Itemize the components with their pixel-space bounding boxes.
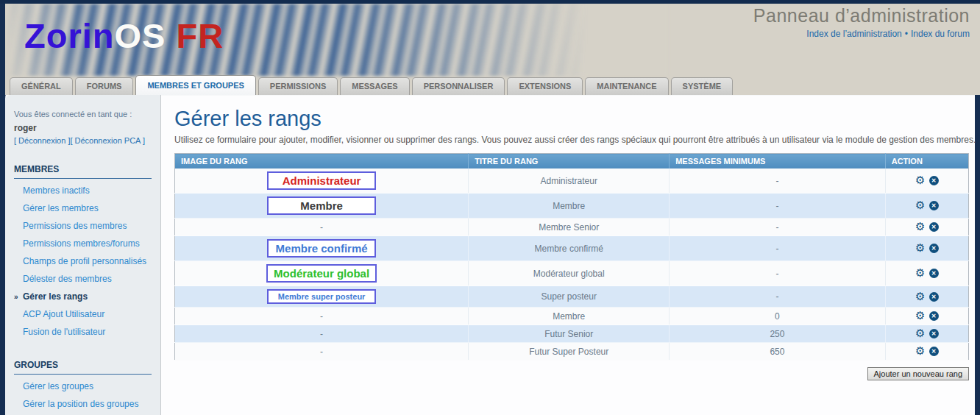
sidebar-section-membres: MEMBRES [14, 164, 152, 179]
delete-icon[interactable]: ✕ [929, 311, 939, 321]
settings-gear-icon[interactable]: ⚙ [915, 241, 925, 254]
tab-membres-et-groupes[interactable]: MEMBRES ET GROUPES [135, 75, 255, 95]
rank-min-posts: 0 [670, 308, 885, 325]
window-top-border [0, 0, 980, 4]
settings-gear-icon[interactable]: ⚙ [915, 327, 925, 339]
tab-maintenance[interactable]: MAINTENANCE [585, 77, 668, 95]
rank-min-posts: - [670, 236, 885, 261]
rank-image-empty: - [175, 308, 469, 325]
add-rank-button[interactable]: Ajouter un nouveau rang [867, 367, 969, 380]
rank-title: Futur Senior [469, 325, 670, 343]
sidebar-item-label: Gérer les rangs [23, 291, 88, 302]
tab-messages[interactable]: MESSAGES [340, 77, 409, 95]
rank-min-posts: 650 [670, 343, 885, 361]
site-logo[interactable]: ZorinOS FR [24, 15, 224, 56]
tab-personnaliser[interactable]: PERSONNALISER [412, 77, 505, 95]
column-header-action: ACTION [885, 154, 968, 169]
delete-icon[interactable]: ✕ [929, 222, 939, 232]
sidebar: Vous êtes connecté en tant que : roger [… [5, 95, 161, 415]
rank-min-posts: - [670, 286, 885, 308]
header: ZorinOS FR Panneau d’administration Inde… [5, 4, 980, 76]
rank-image-empty: - [175, 343, 469, 361]
current-username: roger [14, 123, 153, 133]
logo-part-fr: FR [166, 16, 224, 55]
settings-gear-icon[interactable]: ⚙ [915, 266, 925, 279]
link-admin-index[interactable]: Index de l’administration [806, 29, 901, 39]
rank-image-empty: - [175, 219, 469, 236]
tab-forums[interactable]: FORUMS [75, 77, 134, 95]
link-separator: • [905, 29, 908, 39]
column-header-min-posts: MESSAGES MINIMUMS [670, 154, 885, 169]
rank-title: Modérateur global [469, 261, 670, 286]
logout-links: [ Déconnexion ][ Déconnexion PCA ] [14, 136, 153, 145]
rank-title: Membre [469, 194, 670, 219]
sidebar-item-acp-ajout-utilisateur[interactable]: ACP Ajout Utilisateur [13, 305, 153, 323]
table-row: - Membre 0 ⚙✕ [175, 308, 969, 325]
sidebar-list-membres: Membres inactifs Gérer les membres Permi… [13, 182, 153, 341]
delete-icon[interactable]: ✕ [929, 244, 939, 253]
delete-icon[interactable]: ✕ [929, 269, 939, 278]
admin-panel: Vous êtes connecté en tant que : roger [… [0, 95, 980, 415]
header-right: Panneau d’administration Index de l’admi… [753, 5, 970, 39]
ranks-table: IMAGE DU RANG TITRE DU RANG MESSAGES MIN… [174, 153, 969, 361]
sidebar-item-gerer-les-rangs[interactable]: »Gérer les rangs [13, 288, 153, 305]
rank-min-posts: 250 [670, 325, 885, 343]
rank-image[interactable]: Membre confirmé [267, 239, 376, 258]
page-title: Gérer les rangs [174, 107, 980, 131]
rank-min-posts: - [670, 219, 885, 236]
logout-link[interactable]: [ Déconnexion ] [14, 136, 70, 145]
table-header-row: IMAGE DU RANG TITRE DU RANG MESSAGES MIN… [175, 154, 969, 169]
delete-icon[interactable]: ✕ [929, 347, 939, 356]
delete-icon[interactable]: ✕ [929, 292, 939, 302]
logout-pca-link[interactable]: [ Déconnexion PCA ] [70, 136, 145, 145]
sidebar-item-fusion-utilisateur[interactable]: Fusion de l'utilisateur [13, 323, 153, 341]
table-row: Modérateur global Modérateur global - ⚙✕ [175, 261, 969, 286]
settings-gear-icon[interactable]: ⚙ [915, 199, 925, 211]
sidebar-item-position-des-groupes[interactable]: Gérer la position des groupes [13, 395, 153, 413]
delete-icon[interactable]: ✕ [929, 329, 939, 338]
link-forum-index[interactable]: Index du forum [911, 29, 970, 39]
delete-icon[interactable]: ✕ [929, 201, 939, 210]
settings-gear-icon[interactable]: ⚙ [915, 290, 925, 302]
sidebar-item-gerer-les-membres[interactable]: Gérer les membres [13, 199, 153, 217]
sidebar-list-groupes: Gérer les groupes Gérer la position des … [13, 377, 153, 415]
tab-general[interactable]: GÉNÉRAL [10, 77, 73, 95]
sidebar-item-membres-inactifs[interactable]: Membres inactifs [13, 182, 153, 199]
sidebar-item-delester-des-membres[interactable]: Délester des membres [13, 270, 153, 288]
settings-gear-icon[interactable]: ⚙ [915, 309, 925, 322]
rank-image[interactable]: Membre [267, 196, 376, 215]
logo-part-zorin: Zorin [24, 16, 114, 55]
settings-gear-icon[interactable]: ⚙ [915, 344, 925, 357]
settings-gear-icon[interactable]: ⚙ [915, 220, 925, 233]
connected-as-label: Vous êtes connecté en tant que : [14, 110, 153, 118]
rank-image[interactable]: Administrateur [267, 171, 376, 190]
sidebar-item-permissions-membres-forums[interactable]: Permissions membres/forums [13, 235, 153, 252]
rank-image-empty: - [175, 325, 469, 343]
rank-image[interactable]: Modérateur global [266, 264, 377, 283]
rank-title: Membre [469, 308, 670, 325]
sidebar-item-champs-de-profil[interactable]: Champs de profil personnalisés [13, 252, 153, 270]
rank-min-posts: - [670, 194, 885, 219]
table-row: Membre confirmé Membre confirmé - ⚙✕ [175, 236, 969, 261]
column-header-title: TITRE DU RANG [469, 154, 670, 169]
admin-panel-title: Panneau d’administration [753, 5, 970, 26]
page-description: Utilisez ce formulaire pour ajouter, mod… [174, 135, 980, 145]
tab-systeme[interactable]: SYSTÈME [671, 77, 734, 95]
tab-permissions[interactable]: PERMISSIONS [258, 77, 338, 95]
tab-extensions[interactable]: EXTENSIONS [507, 77, 583, 95]
rank-title: Membre confirmé [469, 236, 670, 261]
page-left-border [0, 0, 5, 415]
table-row: Membre super posteur Super posteur - ⚙✕ [175, 286, 969, 308]
sidebar-item-permissions-des-membres[interactable]: Permissions des membres [13, 217, 153, 235]
table-row: Administrateur Administrateur - ⚙✕ [175, 169, 969, 194]
settings-gear-icon[interactable]: ⚙ [915, 174, 925, 186]
logo-part-os: OS [114, 16, 166, 55]
column-header-image: IMAGE DU RANG [175, 154, 469, 169]
table-row: Membre Membre - ⚙✕ [175, 194, 969, 219]
delete-icon[interactable]: ✕ [929, 176, 939, 185]
sidebar-item-gerer-les-groupes[interactable]: Gérer les groupes [13, 377, 153, 395]
rank-title: Membre Senior [469, 219, 670, 236]
rank-image[interactable]: Membre super posteur [267, 289, 376, 304]
table-row: - Futur Super Posteur 650 ⚙✕ [175, 343, 969, 361]
tab-bar: GÉNÉRALFORUMSMEMBRES ET GROUPESPERMISSIO… [10, 75, 735, 95]
